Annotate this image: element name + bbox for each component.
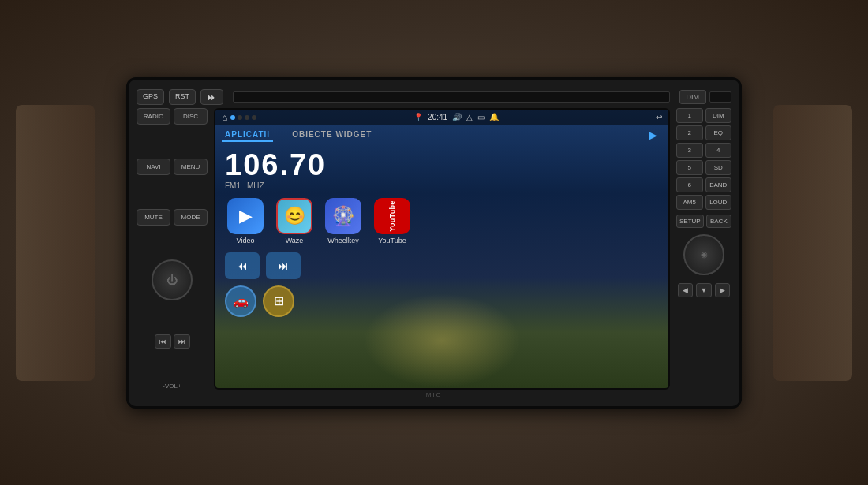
radio-button[interactable]: RADIO (137, 108, 170, 125)
setup-back-row: SETUP BACK (676, 215, 731, 228)
fm-unit-label: MHZ (247, 181, 264, 190)
app-video[interactable]: ▶ Video (225, 198, 266, 244)
waze-face-icon: 😊 (284, 206, 305, 226)
prev-media-button[interactable]: ⏮ (225, 252, 260, 279)
loud-button[interactable]: LOUD (705, 195, 732, 210)
middle-section: RADIO DISC NAVI MENU MUTE MODE ⏻ ⏮ ⏭ -VO… (137, 108, 731, 390)
video-play-icon: ▶ (239, 206, 253, 226)
waze-label: Waze (286, 237, 304, 244)
android-screen: ⌂ 📍 20:41 🔊 △ ▭ 🔔 (214, 108, 670, 390)
mic-label: MIC (426, 391, 443, 398)
power-knob[interactable]: ⏻ (152, 259, 193, 300)
notification-icon: 🔔 (489, 113, 499, 121)
menu-button[interactable]: MENU (174, 159, 208, 175)
dim-button[interactable]: DIM (679, 90, 707, 104)
dot-active (230, 115, 235, 120)
wheelkey-icon: 🎡 (325, 198, 361, 234)
app-waze[interactable]: 😊 Waze (274, 198, 315, 244)
head-unit: GPS RST ⏭ DIM RADIO DISC NAVI MENU (126, 77, 742, 409)
dot-indicators (230, 115, 256, 120)
radio-disc-pair: RADIO DISC (137, 108, 208, 125)
am5-button[interactable]: AM5 (676, 195, 703, 210)
left-controls: RADIO DISC NAVI MENU MUTE MODE ⏻ ⏮ ⏭ -VO… (137, 108, 208, 390)
signal-icon: △ (466, 113, 473, 121)
car-home-button[interactable]: 🚗 (225, 285, 256, 317)
play-skip-button[interactable]: ⏭ (200, 89, 223, 105)
wheelkey-label: Wheelkey (327, 237, 359, 244)
bottom-icons: 🚗 ⊞ (215, 282, 668, 322)
sd-slot (709, 91, 731, 103)
media-controls: ⏮ ⏭ (215, 249, 668, 282)
btn-6[interactable]: 6 (676, 177, 703, 192)
clock: 20:41 (428, 113, 447, 121)
dot-2 (245, 115, 249, 120)
mute-button[interactable]: MUTE (137, 209, 170, 226)
top-bar: GPS RST ⏭ DIM (137, 86, 731, 108)
down-nav[interactable]: ▼ (696, 283, 713, 297)
tab-obiecte-widget[interactable]: OBIECTE WIDGET (289, 129, 375, 142)
sd-button[interactable]: SD (705, 160, 732, 175)
box-icon: ▭ (477, 113, 485, 121)
video-icon: ▶ (227, 198, 264, 234)
btn-3[interactable]: 3 (676, 143, 703, 158)
right-nav-row: ◀ ▼ ▶ (676, 283, 731, 297)
status-bar: ⌂ 📍 20:41 🔊 △ ▭ 🔔 (215, 110, 668, 125)
status-right: ↩ (656, 113, 662, 121)
tab-arrow-icon[interactable]: ▶ (649, 129, 657, 141)
prev-track-button[interactable]: ⏮ (155, 334, 171, 349)
btn-2[interactable]: 2 (676, 125, 703, 140)
btn-5[interactable]: 5 (676, 160, 703, 175)
dim-right-button[interactable]: DIM (705, 108, 732, 123)
left-nav[interactable]: ◀ (678, 283, 693, 297)
fm-band-label: FM1 (225, 181, 241, 190)
rst-button[interactable]: RST (169, 89, 196, 105)
top-right-controls: DIM (679, 90, 732, 104)
band-button[interactable]: BAND (705, 177, 732, 192)
btn-1[interactable]: 1 (676, 108, 703, 123)
next-media-button[interactable]: ⏭ (266, 252, 301, 279)
top-left-controls: GPS RST ⏭ (137, 89, 223, 105)
waze-icon: 😊 (276, 198, 312, 234)
app-wheelkey[interactable]: 🎡 Wheelkey (323, 198, 364, 244)
back-button[interactable]: BACK (706, 215, 731, 228)
status-left: ⌂ (222, 112, 256, 123)
navi-button[interactable]: NAVI (137, 159, 170, 175)
tabs-bar: APLICATII OBIECTE WIDGET ▶ (215, 125, 668, 145)
home-icon[interactable]: ⌂ (222, 112, 227, 123)
apps-row: ▶ Video 😊 Waze 🎡 Wheelkey (215, 193, 668, 249)
app-youtube[interactable]: YouTube YouTube (372, 198, 413, 244)
youtube-icon: YouTube (374, 198, 410, 234)
gps-button[interactable]: GPS (137, 89, 164, 105)
location-icon: 📍 (413, 113, 423, 121)
status-center: 📍 20:41 🔊 △ ▭ 🔔 (413, 113, 499, 121)
car-surround: GPS RST ⏭ DIM RADIO DISC NAVI MENU (0, 0, 868, 485)
fm-frequency: 106.70 (225, 150, 659, 180)
vol-row: ⏮ ⏭ (137, 334, 208, 349)
fm-labels: FM1 MHZ (225, 181, 659, 190)
eq-button[interactable]: EQ (705, 125, 732, 140)
btn-4[interactable]: 4 (705, 143, 732, 158)
back-nav-icon[interactable]: ↩ (656, 113, 662, 121)
fm-display: 106.70 FM1 MHZ (215, 145, 668, 193)
right-controls: 1 DIM 2 EQ 3 4 5 SD 6 BAND AM5 LOUD SETU… (676, 108, 731, 390)
volume-icon: 🔊 (452, 113, 462, 121)
cd-slot (233, 91, 669, 103)
mute-mode-pair: MUTE MODE (137, 209, 208, 226)
dot-1 (238, 115, 242, 120)
navi-menu-pair: NAVI MENU (137, 159, 208, 175)
disc-button[interactable]: DISC (174, 108, 208, 125)
video-label: Video (237, 237, 255, 244)
bottom-row: MIC (137, 390, 731, 400)
setup-button[interactable]: SETUP (676, 215, 704, 228)
apps-grid-button[interactable]: ⊞ (263, 285, 294, 317)
right-knob[interactable]: ◉ (683, 234, 724, 275)
left-panel (16, 105, 95, 381)
right-nav[interactable]: ▶ (715, 283, 730, 297)
mode-button[interactable]: MODE (174, 209, 208, 226)
youtube-label: YouTube (378, 237, 406, 244)
next-track-button[interactable]: ⏭ (174, 334, 190, 349)
steering-wheel-icon: 🎡 (331, 205, 355, 227)
dot-3 (252, 115, 256, 120)
right-panel (773, 105, 852, 381)
tab-aplicatii[interactable]: APLICATII (222, 129, 273, 142)
